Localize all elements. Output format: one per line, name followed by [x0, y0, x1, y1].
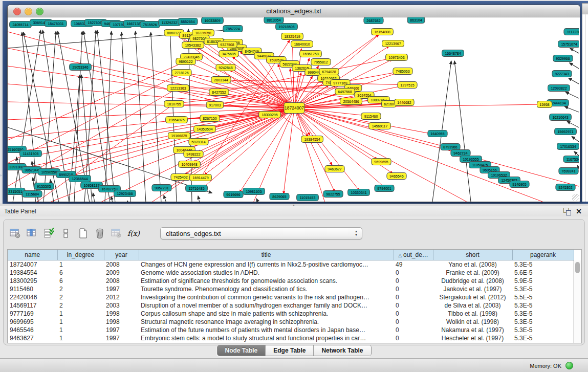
graph-edge[interactable]	[105, 31, 112, 202]
graph-node[interactable]: 29053346	[70, 64, 92, 71]
selected-node[interactable]: 20564486	[340, 98, 362, 105]
selected-node[interactable]: 9890122	[176, 58, 195, 65]
graph-node[interactable]: 17016534	[557, 143, 579, 150]
graph-node[interactable]: 1640955	[428, 130, 447, 137]
graph-node[interactable]: 9822755	[323, 191, 343, 198]
hub-node[interactable]: 18724007	[284, 103, 304, 114]
network-canvas[interactable]: 1872400724055714306914061847803110653257…	[8, 17, 580, 202]
background-window-sliver[interactable]	[582, 3, 588, 202]
selected-node[interactable]: 8267150	[200, 115, 220, 122]
selected-node[interactable]: 1810755	[164, 101, 184, 107]
selected-node[interactable]: 9115460	[361, 113, 381, 120]
graph-edge[interactable]	[454, 61, 471, 202]
graph-edge[interactable]	[136, 31, 146, 202]
collapsed-panel-arrow-icon[interactable]: ▸	[0, 172, 4, 178]
tab-node-table[interactable]: Node Table	[217, 345, 265, 356]
tab-network-table[interactable]: Network Table	[313, 345, 371, 356]
network-window-titlebar[interactable]: citations_edges.txt	[8, 5, 580, 17]
graph-edge[interactable]	[572, 136, 579, 142]
graph-node[interactable]: 11015453	[297, 194, 319, 201]
selected-node[interactable]: 7425402	[171, 174, 190, 181]
table-row[interactable]: 969969511998Structural magnetic resonanc…	[8, 318, 574, 326]
graph-node[interactable]: 9227343	[552, 71, 572, 77]
graph-node[interactable]: 8791966	[441, 144, 460, 150]
selected-node[interactable]: 19654975	[166, 117, 188, 123]
selected-node[interactable]: 62160	[382, 101, 397, 107]
selected-node[interactable]: 15958	[537, 101, 552, 108]
column-header-name[interactable]: name	[8, 250, 57, 260]
graph-edge[interactable]	[294, 49, 301, 108]
graph-node[interactable]: 2687682	[364, 17, 383, 24]
selected-node[interactable]: 16961758	[300, 51, 322, 57]
selected-node[interactable]: 2803144	[211, 77, 231, 83]
selected-node[interactable]: 19166825	[168, 133, 190, 139]
selected-node[interactable]: 7955812	[311, 59, 331, 65]
selected-node[interactable]: 10973403	[386, 54, 408, 61]
graph-edge[interactable]	[570, 48, 579, 53]
column-header-pagerank[interactable]: pagerank	[512, 250, 574, 260]
table-row[interactable]: 1938455462009Genome-wide association stu…	[8, 269, 574, 277]
graph-node[interactable]: 10981605	[243, 188, 265, 195]
network-window[interactable]: citations_edges.txt 18724007240557143069…	[7, 5, 580, 202]
graph-edge[interactable]	[253, 108, 294, 202]
graph-edge[interactable]	[127, 201, 128, 202]
close-panel-icon[interactable]: ✕	[575, 207, 583, 216]
graph-node[interactable]: 1167534	[563, 156, 579, 163]
graph-node[interactable]: 7699241	[559, 168, 578, 174]
selected-node[interactable]: 16409948	[179, 161, 201, 168]
graph-node[interactable]: 12093822	[548, 85, 570, 92]
selected-node[interactable]: 19384554	[301, 136, 323, 143]
graph-node[interactable]: 24055714	[10, 21, 32, 28]
table-row[interactable]: 1872400712008Changes of HCN gene express…	[8, 260, 574, 269]
graph-edge[interactable]	[183, 89, 294, 108]
selected-node[interactable]: 10543382	[182, 42, 204, 49]
graph-node[interactable]: 1115684	[23, 191, 42, 198]
delete-table-button[interactable]	[93, 227, 106, 240]
graph-node[interactable]: 9146905	[510, 181, 529, 188]
graph-node[interactable]: 9857791	[152, 185, 171, 191]
selected-node[interactable]: 1297515	[398, 82, 417, 89]
table-row[interactable]: 946362711997Embryonic stem cells: a mode…	[8, 334, 574, 342]
graph-edge[interactable]	[164, 195, 166, 202]
table-row[interactable]: 977716911998Corpus callosum shape and si…	[8, 310, 574, 318]
selected-node[interactable]: 7485063	[393, 68, 412, 75]
graph-node[interactable]: 9155505	[34, 183, 54, 190]
selected-node[interactable]: 14353504	[194, 126, 216, 133]
select-all-rows-button[interactable]	[42, 227, 56, 240]
graph-edge[interactable]	[294, 108, 579, 186]
column-header-in_degree[interactable]: in_degree	[57, 250, 104, 260]
graph-node[interactable]: 12923466	[114, 190, 136, 197]
graph-node[interactable]: 11329232	[159, 19, 181, 26]
table-row[interactable]: 911546021997Tourette syndrome. Phenomeno…	[8, 285, 574, 293]
function-builder-button[interactable]: f(x)	[127, 227, 140, 240]
selected-node[interactable]: 16640910	[291, 41, 313, 48]
graph-node[interactable]: 8852654	[178, 18, 198, 25]
table-row[interactable]: 946554611997Estimation of the future num…	[8, 326, 574, 334]
table-scrollbar[interactable]	[573, 260, 581, 343]
graph-edge[interactable]	[567, 121, 579, 127]
graph-node[interactable]: 15692971	[555, 128, 577, 135]
graph-edge[interactable]	[8, 32, 294, 108]
citation-graph[interactable]: 1872400724055714306914061847803110653257…	[8, 17, 579, 202]
selected-node[interactable]: 5878314	[189, 139, 208, 145]
selected-node[interactable]: 14569117	[369, 123, 391, 129]
selected-node[interactable]: 9699695	[372, 159, 391, 165]
column-header-short[interactable]: short	[433, 250, 512, 260]
graph-edge[interactable]	[13, 30, 41, 202]
float-panel-icon[interactable]	[563, 208, 571, 215]
selected-node[interactable]: 12213967	[382, 40, 404, 47]
graph-edge[interactable]	[294, 108, 545, 202]
selected-node[interactable]: 9242848	[216, 64, 235, 71]
graph-node[interactable]: 9329966	[553, 55, 573, 62]
tab-edge-table[interactable]: Edge Table	[265, 345, 313, 356]
graph-edge[interactable]	[22, 32, 38, 202]
graph-node[interactable]: 9619696	[224, 191, 243, 198]
selected-node[interactable]: 8427552	[209, 89, 229, 96]
table-settings-button[interactable]	[9, 227, 22, 240]
selected-node[interactable]: 6794028	[319, 69, 339, 75]
graph-node[interactable]: 9794001	[375, 185, 394, 192]
graph-edge[interactable]	[564, 106, 579, 112]
graph-edge[interactable]	[574, 151, 579, 156]
graph-edge[interactable]	[24, 108, 294, 151]
graph-node[interactable]: 15751074	[558, 41, 579, 48]
